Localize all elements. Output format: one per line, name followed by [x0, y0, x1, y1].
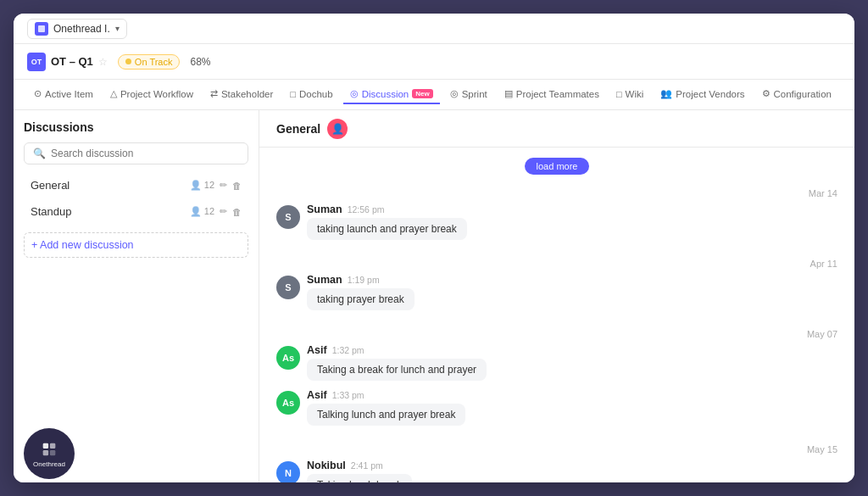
tab-dochub[interactable]: □ Dochub [283, 86, 339, 104]
message-meta-2: Suman 1:19 pm [307, 274, 415, 286]
workspace-selector[interactable]: Onethread I. ▾ [27, 19, 127, 39]
top-bar: Onethread I. ▾ [14, 14, 854, 44]
tab-configuration[interactable]: ⚙ Configuration [755, 85, 838, 104]
add-discussion-button[interactable]: + Add new discussion [24, 232, 248, 258]
status-badge: On Track [118, 54, 181, 70]
tab-project-teammates[interactable]: ▤ Project Teammates [498, 85, 606, 104]
configuration-icon: ⚙ [762, 88, 771, 99]
message-time-5: 2:41 pm [351, 460, 383, 471]
project-workflow-icon: △ [110, 88, 117, 99]
avatar-asif-2: As [276, 391, 300, 415]
progress-text: 68% [190, 56, 210, 68]
chat-avatar-icon: 👤 [327, 119, 348, 139]
tab-active-item[interactable]: ⊙ Active Item [27, 85, 100, 104]
message-bubble-4: Talking lunch and prayer break [307, 404, 465, 426]
tab-stakeholder[interactable]: ⇄ Stakeholder [203, 85, 280, 104]
message-time-2: 1:19 pm [348, 275, 380, 285]
message-bubble-5: Taking lunch break [307, 474, 412, 482]
teammates-icon: ▤ [504, 88, 513, 99]
dochub-icon: □ [290, 89, 296, 99]
discussion-item-standup[interactable]: Standup 👤 12 ✏ 🗑 [24, 199, 248, 224]
tab-discussion[interactable]: ◎ Discussion New [343, 85, 440, 104]
status-dot [125, 59, 131, 64]
message-sender-4: Asif [307, 389, 327, 401]
message-sender-3: Asif [307, 344, 327, 356]
message-group-5: N Nokibul 2:41 pm Taking lunch break [276, 460, 837, 482]
chat-messages[interactable]: load more Mar 14 S Suman 12:56 pm taking… [259, 148, 854, 482]
avatar-asif-1: As [276, 346, 300, 370]
message-meta-4: Asif 1:33 pm [307, 389, 465, 401]
star-icon[interactable]: ☆ [98, 56, 108, 68]
discussion-general-name: General [31, 179, 70, 192]
search-icon: 🔍 [33, 148, 46, 159]
tab-dochub-label: Dochub [299, 89, 333, 99]
sidebar-title: Discussions [24, 120, 248, 134]
message-content-2: Suman 1:19 pm taking prayer break [307, 274, 415, 310]
discussion-standup-name: Standup [31, 205, 71, 218]
add-discussion-label: + Add new discussion [31, 239, 134, 251]
onethread-logo: Onethread [24, 428, 75, 479]
tab-sprint-label: Sprint [462, 89, 487, 99]
standup-edit-icon[interactable]: ✏ [220, 206, 227, 217]
svg-rect-1 [43, 443, 48, 448]
members-icon: 👤 12 [190, 180, 214, 191]
message-content-4: Asif 1:33 pm Talking lunch and prayer br… [307, 389, 465, 426]
avatar-suman-2: S [276, 276, 300, 299]
message-meta-1: Suman 12:56 pm [307, 203, 467, 215]
message-sender-5: Nokibul [307, 460, 346, 471]
project-id: OT OT – Q1 ☆ [27, 53, 108, 71]
tab-project-vendors[interactable]: 👥 Project Vendors [654, 85, 751, 104]
tab-teammates-label: Project Teammates [516, 89, 599, 99]
discussion-item-standup-left: Standup [31, 205, 71, 218]
tab-configuration-label: Configuration [774, 89, 832, 99]
date-separator-may07: May 07 [276, 319, 837, 344]
discussion-item-general[interactable]: General 👤 12 ✏ 🗑 [24, 173, 248, 198]
project-bar: OT OT – Q1 ☆ On Track 68% [14, 44, 854, 80]
message-group-1: S Suman 12:56 pm taking launch and praye… [276, 203, 837, 240]
tab-project-workflow[interactable]: △ Project Workflow [103, 85, 200, 104]
discussion-list: General 👤 12 ✏ 🗑 Standup 👤 12 ✏ [24, 173, 248, 224]
standup-delete-icon[interactable]: 🗑 [232, 207, 242, 217]
workspace-icon [35, 22, 48, 36]
delete-icon[interactable]: 🗑 [232, 181, 242, 191]
date-separator-apr11: Apr 11 [276, 248, 837, 274]
message-time-3: 1:32 pm [332, 345, 364, 355]
message-sender-1: Suman [307, 203, 342, 215]
svg-rect-0 [38, 25, 45, 32]
tab-wiki[interactable]: □ Wiki [609, 86, 650, 104]
search-input[interactable] [51, 148, 239, 159]
chevron-down-icon: ▾ [115, 24, 120, 33]
message-bubble-1: taking launch and prayer break [307, 218, 467, 240]
message-time-4: 1:33 pm [332, 390, 364, 400]
load-more-button[interactable]: load more [525, 158, 590, 175]
tab-discussion-label: Discussion [362, 89, 409, 99]
project-logo: OT [27, 53, 46, 71]
main-content: Discussions 🔍 General 👤 12 ✏ 🗑 [14, 110, 854, 482]
standup-members-icon: 👤 12 [190, 206, 214, 217]
edit-icon[interactable]: ✏ [220, 180, 227, 191]
message-content-5: Nokibul 2:41 pm Taking lunch break [307, 460, 412, 482]
chat-title: General [276, 122, 320, 136]
message-bubble-2: taking prayer break [307, 288, 415, 310]
svg-rect-4 [50, 449, 55, 454]
vendors-icon: 👥 [660, 88, 672, 99]
message-content-3: Asif 1:32 pm Taking a break for lunch an… [307, 344, 487, 381]
date-separator-may15: May 15 [276, 434, 837, 460]
message-meta-3: Asif 1:32 pm [307, 344, 487, 356]
search-box[interactable]: 🔍 [24, 142, 248, 164]
message-bubble-3: Taking a break for lunch and prayer [307, 359, 487, 381]
message-content-1: Suman 12:56 pm taking launch and prayer … [307, 203, 467, 240]
discussion-item-general-left: General [31, 179, 70, 192]
status-text: On Track [135, 57, 173, 67]
discussion-standup-actions: 👤 12 ✏ 🗑 [190, 206, 242, 217]
workspace-name: Onethread I. [53, 23, 110, 35]
message-time-1: 12:56 pm [348, 204, 385, 215]
avatar-nokibul: N [276, 461, 300, 482]
project-name: OT – Q1 [51, 55, 93, 68]
tab-vendors-label: Project Vendors [676, 89, 744, 99]
tab-sprint[interactable]: ◎ Sprint [443, 85, 494, 104]
message-sender-2: Suman [307, 274, 342, 286]
date-separator-mar14: Mar 14 [276, 178, 837, 203]
new-badge: New [412, 89, 432, 98]
stakeholder-icon: ⇄ [210, 88, 218, 99]
